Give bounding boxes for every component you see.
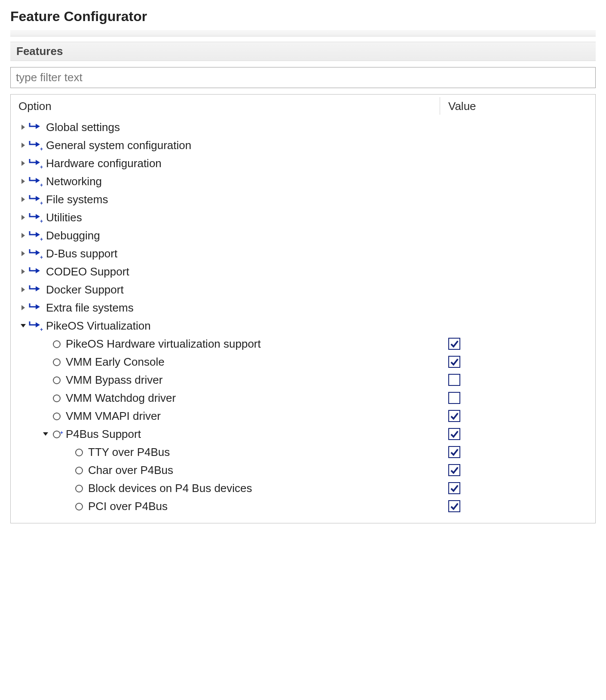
tree-row-label: Global settings <box>46 118 120 136</box>
tree-row[interactable]: VMM Bypass driver <box>18 371 588 389</box>
tree-row-label: VMM Bypass driver <box>66 371 162 389</box>
tree-row[interactable]: Char over P4Bus <box>18 461 588 479</box>
tree-row[interactable]: VMM Watchdog driver <box>18 389 588 407</box>
leaf-icon <box>73 464 85 476</box>
tree-row-label: File systems <box>46 190 108 208</box>
expander-closed-icon[interactable] <box>18 281 28 299</box>
tree-row[interactable]: CODEO Support <box>18 263 588 281</box>
leaf-icon <box>73 500 85 512</box>
tree-container: Option Value Global settings + General s… <box>10 94 596 523</box>
leaf-plus-icon <box>50 428 62 440</box>
feature-tree: Global settings + General system configu… <box>11 116 595 523</box>
group-arrow-plus-icon: + <box>28 139 43 152</box>
feature-checkbox[interactable] <box>448 428 460 440</box>
tree-row[interactable]: P4Bus Support <box>18 425 588 443</box>
feature-checkbox[interactable] <box>448 338 460 350</box>
group-arrow-plus-icon: + <box>28 319 43 332</box>
tree-row[interactable]: VMM VMAPI driver <box>18 407 588 425</box>
svg-text:+: + <box>40 218 43 224</box>
tree-row[interactable]: Global settings <box>18 118 588 136</box>
expander-closed-icon[interactable] <box>18 190 28 208</box>
column-header-value[interactable]: Value <box>448 100 588 113</box>
expander-closed-icon[interactable] <box>18 226 28 245</box>
tree-row[interactable]: + PikeOS Virtualization <box>18 317 588 335</box>
expander-closed-icon[interactable] <box>18 245 28 263</box>
group-arrow-plus-icon: + <box>28 247 43 260</box>
feature-checkbox[interactable] <box>448 482 460 494</box>
group-arrow-icon <box>28 283 43 296</box>
title-divider <box>10 31 596 37</box>
group-arrow-icon <box>28 121 43 134</box>
tree-row-label: Char over P4Bus <box>88 461 173 479</box>
svg-text:+: + <box>40 254 43 260</box>
leaf-icon <box>73 446 85 458</box>
tree-headers: Option Value <box>11 95 595 116</box>
expander-open-icon[interactable] <box>18 317 28 335</box>
tree-row[interactable]: + Utilities <box>18 208 588 226</box>
group-arrow-plus-icon: + <box>28 175 43 188</box>
svg-text:+: + <box>40 182 43 188</box>
tree-row[interactable]: + General system configuration <box>18 136 588 154</box>
expander-closed-icon[interactable] <box>18 299 28 317</box>
tree-row-label: PikeOS Virtualization <box>46 317 151 335</box>
leaf-icon <box>50 338 62 350</box>
tree-row-label: D-Bus support <box>46 245 117 263</box>
tree-row-label: TTY over P4Bus <box>88 443 170 461</box>
leaf-icon <box>50 410 62 422</box>
page-title: Feature Configurator <box>10 9 596 24</box>
tree-row-label: VMM VMAPI driver <box>66 407 161 425</box>
svg-text:+: + <box>40 200 43 206</box>
svg-text:+: + <box>40 164 43 170</box>
tree-row[interactable]: VMM Early Console <box>18 353 588 371</box>
tree-row[interactable]: TTY over P4Bus <box>18 443 588 461</box>
tree-row-label: Debugging <box>46 226 100 245</box>
tree-row-label: Hardware configuration <box>46 154 162 172</box>
tree-row[interactable]: + Networking <box>18 172 588 190</box>
expander-closed-icon[interactable] <box>18 263 28 281</box>
leaf-icon <box>50 392 62 404</box>
svg-text:+: + <box>40 146 43 152</box>
tree-row[interactable]: PCI over P4Bus <box>18 497 588 515</box>
expander-closed-icon[interactable] <box>18 136 28 154</box>
group-arrow-plus-icon: + <box>28 229 43 242</box>
tree-row-label: Docker Support <box>46 281 124 299</box>
filter-input[interactable] <box>10 67 596 88</box>
tree-row-label: VMM Watchdog driver <box>66 389 176 407</box>
feature-checkbox[interactable] <box>448 410 460 422</box>
tree-row[interactable]: Block devices on P4 Bus devices <box>18 479 588 497</box>
tree-row-label: Block devices on P4 Bus devices <box>88 479 252 497</box>
tree-row[interactable]: Extra file systems <box>18 299 588 317</box>
leaf-icon <box>50 374 62 386</box>
tree-row[interactable]: + Debugging <box>18 226 588 245</box>
feature-checkbox[interactable] <box>448 356 460 368</box>
feature-checkbox[interactable] <box>448 392 460 404</box>
tree-row-label: PCI over P4Bus <box>88 497 168 515</box>
feature-checkbox[interactable] <box>448 500 460 512</box>
column-header-option[interactable]: Option <box>18 100 448 113</box>
svg-text:+: + <box>40 327 43 332</box>
group-arrow-plus-icon: + <box>28 193 43 206</box>
feature-checkbox[interactable] <box>448 464 460 476</box>
tree-row-label: Networking <box>46 172 102 190</box>
expander-closed-icon[interactable] <box>18 172 28 190</box>
tree-row[interactable]: + D-Bus support <box>18 245 588 263</box>
group-arrow-plus-icon: + <box>28 211 43 224</box>
tree-row-label: Extra file systems <box>46 299 134 317</box>
tree-row[interactable]: PikeOS Hardware virtualization support <box>18 335 588 353</box>
feature-checkbox[interactable] <box>448 446 460 458</box>
tree-row-label: VMM Early Console <box>66 353 165 371</box>
group-arrow-icon <box>28 265 43 278</box>
tree-row[interactable]: + Hardware configuration <box>18 154 588 172</box>
feature-checkbox[interactable] <box>448 374 460 386</box>
svg-text:+: + <box>40 236 43 242</box>
leaf-icon <box>50 356 62 368</box>
expander-closed-icon[interactable] <box>18 208 28 226</box>
expander-closed-icon[interactable] <box>18 154 28 172</box>
tree-row-label: P4Bus Support <box>66 425 141 443</box>
tree-row[interactable]: Docker Support <box>18 281 588 299</box>
group-arrow-icon <box>28 301 43 314</box>
expander-open-icon[interactable] <box>41 425 50 443</box>
tree-row[interactable]: + File systems <box>18 190 588 208</box>
expander-closed-icon[interactable] <box>18 118 28 136</box>
tree-row-label: General system configuration <box>46 136 191 154</box>
